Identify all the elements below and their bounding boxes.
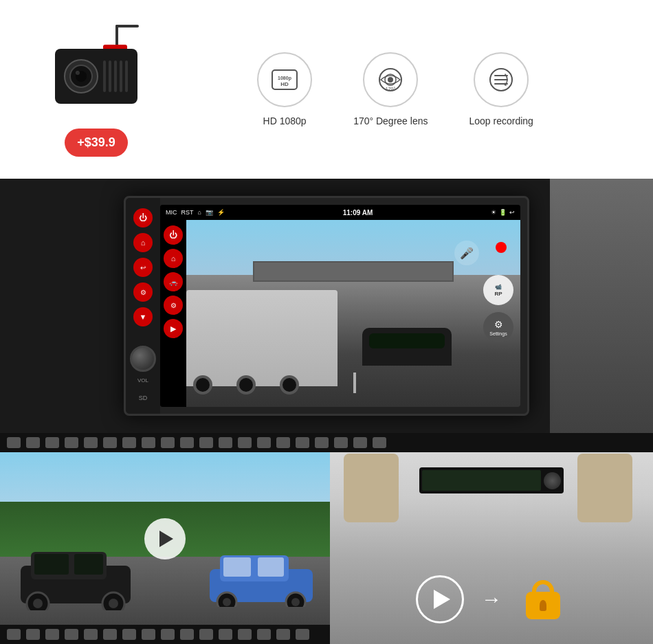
svg-rect-36 bbox=[258, 557, 284, 577]
middle-section: ⏻ ⌂ ↩ ⚙ ▼ VOL SD MIC bbox=[0, 179, 653, 433]
svg-rect-9 bbox=[109, 60, 111, 92]
arrow-button[interactable]: ▼ bbox=[133, 307, 153, 326]
feature-hd: 1080p HD HD 1080p bbox=[257, 52, 312, 126]
svg-rect-35 bbox=[223, 557, 251, 577]
dashcam-feed: 🎤 📹 RP ⚙ Settings bbox=[186, 220, 520, 407]
play-circle-button[interactable] bbox=[416, 575, 464, 623]
lock-keyhole-icon bbox=[540, 600, 546, 611]
status-time: 11:09 AM bbox=[343, 209, 373, 216]
play-triangle-icon bbox=[159, 531, 173, 547]
side-car-icon[interactable]: 🚗 bbox=[164, 272, 183, 291]
film-dot bbox=[257, 437, 271, 448]
status-bar: MIC RST ⌂ 📷 ⚡ 11:09 AM ☀ 🔋 ↩ bbox=[160, 205, 520, 220]
svg-rect-28 bbox=[74, 554, 103, 575]
film-dot bbox=[257, 629, 271, 640]
car-blue-right bbox=[206, 545, 316, 610]
film-dot bbox=[45, 437, 59, 448]
status-cam-icon: 📷 bbox=[206, 209, 213, 216]
car-silhouette bbox=[362, 328, 452, 366]
svg-text:HD: HD bbox=[280, 81, 289, 87]
play-button[interactable] bbox=[144, 518, 186, 559]
svg-point-40 bbox=[291, 598, 300, 606]
arrow-icon: → bbox=[481, 588, 502, 611]
home-button[interactable]: ⌂ bbox=[133, 233, 153, 252]
top-section: +$39.9 1080p HD HD 1080p bbox=[0, 0, 653, 179]
truck-wheel-2 bbox=[236, 375, 256, 395]
lock-body bbox=[526, 580, 560, 619]
car-windows bbox=[369, 333, 445, 348]
loop-icon bbox=[486, 65, 516, 95]
hd-label: HD 1080p bbox=[263, 115, 307, 126]
svg-rect-10 bbox=[114, 60, 117, 92]
back-button[interactable]: ↩ bbox=[133, 258, 153, 277]
svg-point-31 bbox=[33, 599, 43, 608]
side-power-icon[interactable]: ⏻ bbox=[164, 225, 183, 245]
status-back-nav: ↩ bbox=[509, 209, 515, 216]
rp-button[interactable]: 📹 RP bbox=[483, 275, 513, 305]
film-dot bbox=[122, 629, 136, 640]
film-dot bbox=[103, 437, 117, 448]
svg-rect-12 bbox=[125, 60, 128, 92]
side-gear-icon[interactable]: ⚙ bbox=[164, 296, 183, 315]
price-badge[interactable]: +$39.9 bbox=[65, 129, 128, 157]
svg-point-39 bbox=[223, 598, 231, 606]
film-dot bbox=[122, 437, 136, 448]
film-dot bbox=[84, 437, 98, 448]
film-dot bbox=[84, 629, 98, 640]
side-home-icon[interactable]: ⌂ bbox=[164, 249, 183, 268]
film-dot bbox=[45, 629, 59, 640]
film-dot bbox=[296, 629, 309, 640]
film-dot bbox=[26, 629, 40, 640]
svg-text:170°: 170° bbox=[386, 87, 396, 91]
video-thumbnail-left[interactable] bbox=[0, 433, 330, 644]
status-bar-right: ☀ 🔋 ↩ bbox=[491, 209, 515, 216]
status-bar-left: MIC RST ⌂ 📷 ⚡ bbox=[166, 209, 225, 216]
film-dot bbox=[199, 629, 213, 640]
svg-point-32 bbox=[109, 599, 118, 608]
film-dot bbox=[219, 629, 232, 640]
film-dot bbox=[276, 629, 290, 640]
svg-rect-11 bbox=[120, 60, 122, 92]
film-dot bbox=[199, 437, 213, 448]
car-dark-left bbox=[14, 542, 137, 613]
mini-knob bbox=[544, 472, 561, 489]
bottom-controls: → bbox=[330, 575, 653, 623]
film-dot bbox=[7, 629, 21, 640]
film-dot bbox=[238, 629, 252, 640]
film-dot bbox=[7, 437, 21, 448]
svg-point-7 bbox=[76, 71, 80, 75]
film-dot bbox=[142, 437, 155, 448]
film-strip-bottom bbox=[0, 625, 330, 644]
rp-icon: 📹 bbox=[495, 284, 502, 290]
film-dot bbox=[26, 437, 40, 448]
features-row: 1080p HD HD 1080p 170° 170° Degree len bbox=[179, 52, 612, 126]
film-dot bbox=[373, 437, 386, 448]
power-button[interactable]: ⏻ bbox=[133, 208, 153, 227]
video-thumbnail-right: → bbox=[330, 433, 653, 644]
lens-icon-circle: 170° bbox=[363, 52, 418, 107]
film-dot bbox=[65, 629, 78, 640]
stereo-screen: MIC RST ⌂ 📷 ⚡ 11:09 AM ☀ 🔋 ↩ ⏻ bbox=[160, 205, 520, 407]
status-battery: 🔋 bbox=[499, 209, 507, 216]
rp-label: RP bbox=[494, 291, 502, 297]
settings-nav-button[interactable]: ⚙ bbox=[133, 282, 153, 302]
film-dot bbox=[238, 437, 252, 448]
truck-wheel-3 bbox=[280, 375, 299, 395]
sd-label: SD bbox=[139, 395, 148, 401]
vol-label: VOL bbox=[137, 377, 148, 384]
mini-screen-display bbox=[422, 470, 541, 491]
film-dot bbox=[296, 437, 309, 448]
film-dot bbox=[219, 437, 232, 448]
status-mic: MIC bbox=[166, 209, 177, 216]
lock-button[interactable] bbox=[519, 575, 567, 623]
volume-knob[interactable] bbox=[130, 346, 156, 372]
film-dot bbox=[353, 437, 367, 448]
settings-gear-icon: ⚙ bbox=[494, 319, 503, 330]
play-white-icon bbox=[434, 590, 450, 609]
mic-button[interactable]: 🎤 bbox=[454, 241, 479, 265]
settings-overlay-button[interactable]: ⚙ Settings bbox=[483, 312, 513, 342]
side-play-icon[interactable]: ▶ bbox=[164, 319, 183, 338]
status-home-icon: ⌂ bbox=[198, 209, 201, 216]
recording-indicator bbox=[496, 242, 507, 253]
product-image-container: +$39.9 bbox=[41, 23, 151, 157]
